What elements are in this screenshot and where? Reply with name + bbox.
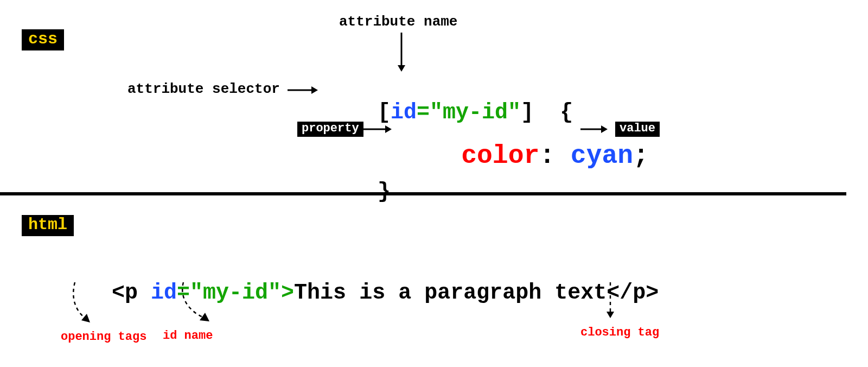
bracket-open: [ (378, 100, 391, 125)
arrow-right-icon (580, 124, 610, 135)
label-attribute-name: attribute name (339, 14, 457, 30)
css-colon: : (539, 141, 571, 170)
html-attr-name: id (151, 281, 177, 305)
label-attribute-selector: attribute selector (127, 81, 280, 97)
svg-marker-11 (607, 312, 614, 318)
open-tag-start: <p (112, 281, 151, 305)
html-badge: html (22, 215, 74, 236)
dashed-arrow-icon (605, 282, 616, 321)
arrow-down-icon (396, 33, 407, 76)
css-value: cyan (571, 141, 633, 170)
dashed-arrow-icon (65, 282, 98, 326)
dashed-arrow-icon (174, 282, 217, 326)
html-text: This is a paragraph text (294, 281, 607, 305)
css-property: color (461, 141, 539, 170)
diagram-root: { "badges": { "css": "css", "html": "htm… (0, 0, 868, 367)
html-code-line: <p id="my-id">This is a paragraph text</… (60, 257, 659, 329)
label-closing-tag: closing tag (580, 326, 659, 339)
svg-marker-5 (385, 125, 392, 133)
css-declaration-line: color: cyan; (399, 113, 649, 199)
label-property: property (297, 122, 363, 137)
arrow-right-icon (288, 85, 320, 96)
css-semicolon: ; (633, 141, 649, 170)
arrow-right-icon (362, 124, 394, 135)
label-value: value (615, 122, 660, 137)
svg-marker-1 (398, 65, 405, 72)
label-id-name: id name (163, 329, 213, 343)
html-quote-close: "> (268, 281, 294, 305)
css-badge: css (22, 29, 64, 50)
svg-marker-7 (601, 125, 608, 133)
section-divider (0, 192, 846, 195)
svg-marker-3 (311, 86, 318, 94)
label-opening-tags: opening tags (61, 330, 146, 344)
